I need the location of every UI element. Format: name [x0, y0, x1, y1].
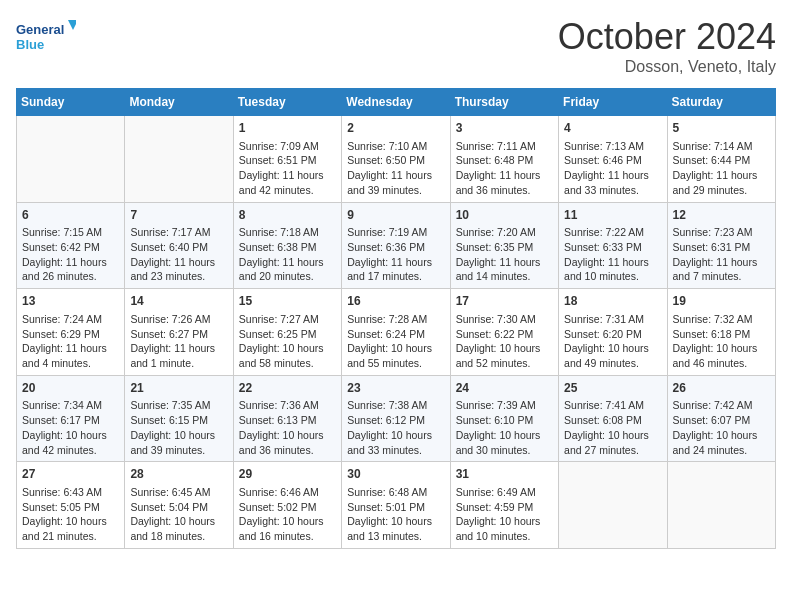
day-info: Sunrise: 7:09 AM: [239, 140, 319, 152]
calendar-cell: 12Sunrise: 7:23 AMSunset: 6:31 PMDayligh…: [667, 202, 775, 289]
calendar-cell: 23Sunrise: 7:38 AMSunset: 6:12 PMDayligh…: [342, 375, 450, 462]
day-number: 7: [130, 207, 227, 224]
day-info: Daylight: 10 hours and 46 minutes.: [673, 342, 758, 369]
col-header-friday: Friday: [559, 89, 667, 116]
calendar-cell: 31Sunrise: 6:49 AMSunset: 4:59 PMDayligh…: [450, 462, 558, 549]
day-info: Sunrise: 7:23 AM: [673, 226, 753, 238]
day-info: Daylight: 10 hours and 42 minutes.: [22, 429, 107, 456]
day-info: Sunrise: 7:39 AM: [456, 399, 536, 411]
calendar-cell: 8Sunrise: 7:18 AMSunset: 6:38 PMDaylight…: [233, 202, 341, 289]
svg-text:Blue: Blue: [16, 37, 44, 52]
day-info: Sunset: 6:33 PM: [564, 241, 642, 253]
calendar-cell: [17, 116, 125, 203]
day-number: 22: [239, 380, 336, 397]
day-info: Daylight: 10 hours and 10 minutes.: [456, 515, 541, 542]
day-number: 8: [239, 207, 336, 224]
day-info: Daylight: 11 hours and 14 minutes.: [456, 256, 541, 283]
day-info: Daylight: 11 hours and 39 minutes.: [347, 169, 432, 196]
day-info: Sunrise: 7:27 AM: [239, 313, 319, 325]
calendar-cell: 17Sunrise: 7:30 AMSunset: 6:22 PMDayligh…: [450, 289, 558, 376]
calendar-table: SundayMondayTuesdayWednesdayThursdayFrid…: [16, 88, 776, 549]
day-info: Sunset: 6:20 PM: [564, 328, 642, 340]
calendar-cell: 3Sunrise: 7:11 AMSunset: 6:48 PMDaylight…: [450, 116, 558, 203]
day-number: 27: [22, 466, 119, 483]
day-info: Daylight: 10 hours and 16 minutes.: [239, 515, 324, 542]
calendar-cell: 16Sunrise: 7:28 AMSunset: 6:24 PMDayligh…: [342, 289, 450, 376]
day-info: Sunrise: 6:43 AM: [22, 486, 102, 498]
day-info: Daylight: 11 hours and 36 minutes.: [456, 169, 541, 196]
day-number: 1: [239, 120, 336, 137]
calendar-cell: 21Sunrise: 7:35 AMSunset: 6:15 PMDayligh…: [125, 375, 233, 462]
day-info: Daylight: 10 hours and 49 minutes.: [564, 342, 649, 369]
svg-marker-2: [68, 20, 76, 30]
day-info: Daylight: 10 hours and 52 minutes.: [456, 342, 541, 369]
day-info: Sunset: 5:01 PM: [347, 501, 425, 513]
day-info: Daylight: 10 hours and 27 minutes.: [564, 429, 649, 456]
day-info: Sunrise: 7:32 AM: [673, 313, 753, 325]
calendar-cell: 10Sunrise: 7:20 AMSunset: 6:35 PMDayligh…: [450, 202, 558, 289]
day-info: Sunrise: 7:19 AM: [347, 226, 427, 238]
day-info: Daylight: 11 hours and 26 minutes.: [22, 256, 107, 283]
day-info: Sunset: 5:04 PM: [130, 501, 208, 513]
day-info: Sunset: 6:08 PM: [564, 414, 642, 426]
col-header-monday: Monday: [125, 89, 233, 116]
day-info: Sunset: 6:51 PM: [239, 154, 317, 166]
day-info: Daylight: 11 hours and 42 minutes.: [239, 169, 324, 196]
month-title: October 2024: [558, 16, 776, 58]
calendar-cell: 2Sunrise: 7:10 AMSunset: 6:50 PMDaylight…: [342, 116, 450, 203]
day-info: Daylight: 10 hours and 13 minutes.: [347, 515, 432, 542]
day-info: Sunrise: 7:42 AM: [673, 399, 753, 411]
day-number: 6: [22, 207, 119, 224]
day-number: 17: [456, 293, 553, 310]
calendar-cell: 9Sunrise: 7:19 AMSunset: 6:36 PMDaylight…: [342, 202, 450, 289]
calendar-cell: 6Sunrise: 7:15 AMSunset: 6:42 PMDaylight…: [17, 202, 125, 289]
day-info: Sunrise: 7:41 AM: [564, 399, 644, 411]
day-info: Sunrise: 7:18 AM: [239, 226, 319, 238]
logo: General Blue: [16, 16, 76, 60]
day-info: Daylight: 10 hours and 55 minutes.: [347, 342, 432, 369]
day-info: Sunset: 6:27 PM: [130, 328, 208, 340]
day-number: 13: [22, 293, 119, 310]
col-header-thursday: Thursday: [450, 89, 558, 116]
day-info: Sunrise: 7:35 AM: [130, 399, 210, 411]
calendar-cell: [667, 462, 775, 549]
day-info: Sunset: 6:15 PM: [130, 414, 208, 426]
col-header-sunday: Sunday: [17, 89, 125, 116]
title-block: October 2024 Dosson, Veneto, Italy: [558, 16, 776, 76]
day-number: 10: [456, 207, 553, 224]
day-info: Daylight: 11 hours and 17 minutes.: [347, 256, 432, 283]
day-number: 14: [130, 293, 227, 310]
day-info: Daylight: 10 hours and 58 minutes.: [239, 342, 324, 369]
day-info: Sunrise: 7:20 AM: [456, 226, 536, 238]
calendar-cell: 22Sunrise: 7:36 AMSunset: 6:13 PMDayligh…: [233, 375, 341, 462]
location: Dosson, Veneto, Italy: [558, 58, 776, 76]
day-number: 31: [456, 466, 553, 483]
day-info: Sunset: 6:31 PM: [673, 241, 751, 253]
day-number: 21: [130, 380, 227, 397]
day-info: Sunset: 6:48 PM: [456, 154, 534, 166]
day-number: 3: [456, 120, 553, 137]
calendar-cell: 25Sunrise: 7:41 AMSunset: 6:08 PMDayligh…: [559, 375, 667, 462]
day-info: Daylight: 11 hours and 20 minutes.: [239, 256, 324, 283]
day-info: Daylight: 11 hours and 33 minutes.: [564, 169, 649, 196]
day-info: Sunset: 6:07 PM: [673, 414, 751, 426]
calendar-cell: 1Sunrise: 7:09 AMSunset: 6:51 PMDaylight…: [233, 116, 341, 203]
col-header-wednesday: Wednesday: [342, 89, 450, 116]
calendar-cell: 27Sunrise: 6:43 AMSunset: 5:05 PMDayligh…: [17, 462, 125, 549]
day-info: Daylight: 10 hours and 33 minutes.: [347, 429, 432, 456]
day-info: Daylight: 10 hours and 39 minutes.: [130, 429, 215, 456]
day-info: Daylight: 11 hours and 23 minutes.: [130, 256, 215, 283]
day-info: Sunrise: 6:45 AM: [130, 486, 210, 498]
calendar-cell: 5Sunrise: 7:14 AMSunset: 6:44 PMDaylight…: [667, 116, 775, 203]
calendar-cell: 28Sunrise: 6:45 AMSunset: 5:04 PMDayligh…: [125, 462, 233, 549]
calendar-cell: 18Sunrise: 7:31 AMSunset: 6:20 PMDayligh…: [559, 289, 667, 376]
day-info: Sunset: 6:38 PM: [239, 241, 317, 253]
svg-text:General: General: [16, 22, 64, 37]
day-info: Sunrise: 6:48 AM: [347, 486, 427, 498]
col-header-saturday: Saturday: [667, 89, 775, 116]
calendar-cell: 7Sunrise: 7:17 AMSunset: 6:40 PMDaylight…: [125, 202, 233, 289]
day-info: Sunset: 6:24 PM: [347, 328, 425, 340]
calendar-cell: 15Sunrise: 7:27 AMSunset: 6:25 PMDayligh…: [233, 289, 341, 376]
day-info: Sunset: 6:50 PM: [347, 154, 425, 166]
day-info: Sunrise: 6:49 AM: [456, 486, 536, 498]
